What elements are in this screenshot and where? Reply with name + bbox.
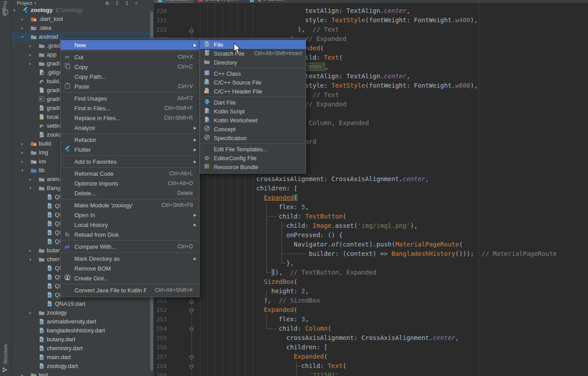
tree-item-test[interactable]: ▸test bbox=[11, 371, 154, 376]
tree-item-dart-tool[interactable]: ▸.dart_tool bbox=[11, 15, 154, 24]
menu-item-kotlin-worksheet[interactable]: Kotlin Worksheet bbox=[200, 116, 306, 125]
menu-item-make-module-zoology[interactable]: Make Module 'zoology'Ctrl+Shift+F9 bbox=[61, 200, 199, 210]
code-line-221[interactable]: style: TextStyle(fontWeight: FontWeight.… bbox=[192, 16, 478, 25]
tree-item-main-dart[interactable]: main.dart bbox=[11, 353, 154, 362]
code-line-220[interactable]: textAlign: TextAlign.center, bbox=[192, 6, 410, 16]
code-line-244[interactable]: onPressed: () { bbox=[192, 230, 343, 240]
menu-item-add-to-favorites[interactable]: Add to Favorites▶ bbox=[61, 157, 199, 166]
chevron-right-icon[interactable]: ▸ bbox=[21, 15, 24, 24]
code-line-238[interactable]: crossAxisAlignment: CrossAxisAlignment.c… bbox=[192, 174, 429, 184]
menu-item-find-usages[interactable]: Find UsagesAlt+F7 bbox=[61, 93, 199, 103]
tab-pubspec-yaml[interactable]: Ypubspec.yaml bbox=[194, 0, 245, 4]
chevron-right-icon[interactable]: ▸ bbox=[21, 157, 24, 166]
chevron-right-icon[interactable]: ▸ bbox=[29, 41, 32, 50]
menu-item-delete[interactable]: Delete...Delete bbox=[61, 188, 199, 198]
code-line-255[interactable]: crossAxisAlignment: CrossAxisAlignment.c… bbox=[192, 333, 459, 343]
menu-item-compare-with[interactable]: ⇄Compare With...Ctrl+D bbox=[61, 242, 199, 251]
menu-item-reformat-code[interactable]: Reformat CodeCtrl+Alt+L bbox=[61, 169, 199, 178]
chevron-right-icon[interactable]: ▸ bbox=[21, 148, 24, 157]
chevron-down-icon[interactable]: ▾ bbox=[21, 166, 24, 175]
tree-item-zoology[interactable]: ▾zoologyE:\zoology bbox=[11, 6, 154, 15]
chevron-down-icon[interactable]: ▾ bbox=[29, 255, 32, 264]
menu-item-cut[interactable]: ✂CutCtrl+X bbox=[61, 52, 199, 62]
menu-item-directory[interactable]: Directory bbox=[200, 58, 306, 67]
chevron-right-icon[interactable]: ▸ bbox=[29, 50, 32, 59]
menu-item-resource-bundle[interactable]: Resource Bundle bbox=[200, 162, 306, 171]
menu-item-create-gist[interactable]: Create Gist... bbox=[61, 273, 199, 283]
menu-item-new[interactable]: New▶ bbox=[61, 40, 199, 50]
code-line-242[interactable]: child: TextButton( bbox=[192, 212, 347, 221]
tab-main-dart[interactable]: main.dart bbox=[154, 0, 194, 4]
code-line-254[interactable]: child: Column( bbox=[192, 324, 331, 333]
chevron-right-icon[interactable]: ▸ bbox=[29, 308, 32, 317]
menu-item-dart-file[interactable]: Dart File bbox=[200, 98, 306, 107]
menu-item-find-in-files[interactable]: Find in Files...Ctrl+Shift+F bbox=[61, 103, 199, 113]
menu-item-c-c-source-file[interactable]: C++C/C++ Source File bbox=[200, 78, 306, 87]
code-line-256[interactable]: children: [ bbox=[192, 343, 327, 352]
code-line-248[interactable]: )), // TextButton, Expanded bbox=[192, 268, 376, 277]
menu-separator bbox=[61, 92, 199, 93]
menu-item-refactor[interactable]: Refactor▶ bbox=[61, 135, 199, 145]
code-line-252[interactable]: Expanded( bbox=[192, 305, 298, 315]
code-line-249[interactable]: SizedBox( bbox=[192, 277, 298, 287]
chevron-right-icon[interactable]: ▸ bbox=[29, 59, 32, 68]
code-line-245[interactable]: Navigator.of(context).push(MaterialPageR… bbox=[192, 240, 463, 249]
menu-item-mark-directory-as[interactable]: Mark Directory as▶ bbox=[61, 254, 199, 263]
chevron-right-icon[interactable]: ▸ bbox=[21, 371, 24, 376]
menu-item-copy-path[interactable]: Copy Path... bbox=[61, 72, 199, 81]
tree-item-label: .dart_tool bbox=[39, 15, 63, 24]
menu-item-convert-java-file-to-kotlin-file[interactable]: Convert Java File to Kotlin FileCtrl+Alt… bbox=[61, 285, 199, 295]
chevron-right-icon[interactable]: ▸ bbox=[21, 24, 24, 32]
chevron-down-icon[interactable]: ▾ bbox=[21, 32, 24, 41]
menu-item-editorconfig-file[interactable]: ⚙EditorConfig File bbox=[200, 154, 306, 162]
tab-qna11-dart[interactable]: QNA11.dart bbox=[245, 0, 291, 4]
code-line-247[interactable]: }, bbox=[192, 259, 294, 268]
code-line-243[interactable]: child: Image.asset('img/img1.png'), bbox=[192, 221, 418, 230]
menu-item-replace-in-files[interactable]: Replace in Files...Ctrl+Shift+R bbox=[61, 113, 199, 123]
tree-item-zoology[interactable]: ▸zoology bbox=[11, 308, 154, 317]
tree-item-bangladeshhistory-dart[interactable]: bangladeshhistory.dart bbox=[11, 326, 154, 335]
code-line-239[interactable]: children: [ bbox=[192, 184, 298, 193]
chevron-right-icon[interactable]: ▸ bbox=[21, 139, 24, 148]
tree-item-zoology-dart[interactable]: zoology.dart bbox=[11, 362, 154, 371]
menu-item-c-c-header-file[interactable]: HC/C++ Header File bbox=[200, 87, 306, 96]
menu-item-open-in[interactable]: Open In▶ bbox=[61, 210, 199, 220]
menu-item-reload-from-disk[interactable]: ↻Reload from Disk bbox=[61, 230, 199, 239]
code-line-246[interactable]: builder: (context) => BangladeshHistory(… bbox=[192, 249, 557, 259]
structure-tool-icon[interactable] bbox=[3, 368, 7, 372]
tree-item-animaldiversity-dart[interactable]: animaldiversity.dart bbox=[11, 317, 154, 326]
menu-item-c-class[interactable]: CC++ Class bbox=[200, 69, 306, 78]
menu-item-local-history[interactable]: Local History▶ bbox=[61, 220, 199, 230]
menu-item-file[interactable]: File bbox=[200, 40, 306, 49]
code-line-250[interactable]: height: 2, bbox=[192, 287, 309, 296]
menu-item-flutter[interactable]: Flutter▶ bbox=[61, 145, 199, 154]
menu-item-copy[interactable]: CopyCtrl+C bbox=[61, 62, 199, 72]
menu-item-analyze[interactable]: Analyze▶ bbox=[61, 123, 199, 133]
code-line-253[interactable]: flex: 3, bbox=[192, 315, 309, 324]
chevron-down-icon[interactable]: ▾ bbox=[13, 6, 16, 15]
tree-item-butany-dart[interactable]: butany.dart bbox=[11, 335, 154, 344]
menu-item-scratch-file[interactable]: Scratch FileCtrl+Alt+Shift+Insert bbox=[200, 49, 306, 58]
menu-item-specification[interactable]: Specification bbox=[200, 133, 306, 142]
tree-item-chemistry-dart[interactable]: chemistry.dart bbox=[11, 344, 154, 353]
menu-item-edit-file-templates[interactable]: Edit File Templates... bbox=[200, 145, 306, 154]
code-line-241[interactable]: flex: 5, bbox=[192, 202, 309, 212]
menu-item-optimize-imports[interactable]: Optimize ImportsCtrl+Alt+O bbox=[61, 178, 199, 188]
chevron-down-icon[interactable]: ▾ bbox=[29, 184, 32, 193]
tree-item-idea[interactable]: ▸.idea bbox=[11, 24, 154, 32]
code-line-258[interactable]: child: Text( bbox=[192, 361, 347, 371]
menu-item-kotlin-script[interactable]: Kotlin Script bbox=[200, 107, 306, 116]
tool-button-project[interactable]: Project bbox=[2, 1, 8, 16]
code-line-257[interactable]: Expanded( bbox=[192, 352, 327, 361]
code-line-240[interactable]: Expanded( bbox=[192, 193, 298, 202]
chevron-right-icon[interactable]: ▸ bbox=[29, 246, 32, 255]
code-line-251[interactable]: ), // SizedBox bbox=[192, 296, 320, 305]
menu-item-concept[interactable]: Concept bbox=[200, 125, 306, 133]
tree-item-qna19-dart[interactable]: QNA19.dart bbox=[11, 299, 154, 308]
chevron-right-icon[interactable]: ▸ bbox=[29, 175, 32, 184]
menu-item-paste[interactable]: PasteCtrl+V bbox=[61, 81, 199, 91]
tool-button-structure[interactable]: Structure bbox=[3, 344, 8, 364]
menu-item-remove-bom[interactable]: Remove BOM bbox=[61, 263, 199, 273]
code-line-259[interactable]: '211501', bbox=[192, 371, 343, 376]
code-line-222[interactable]: ), // Text bbox=[192, 25, 339, 34]
